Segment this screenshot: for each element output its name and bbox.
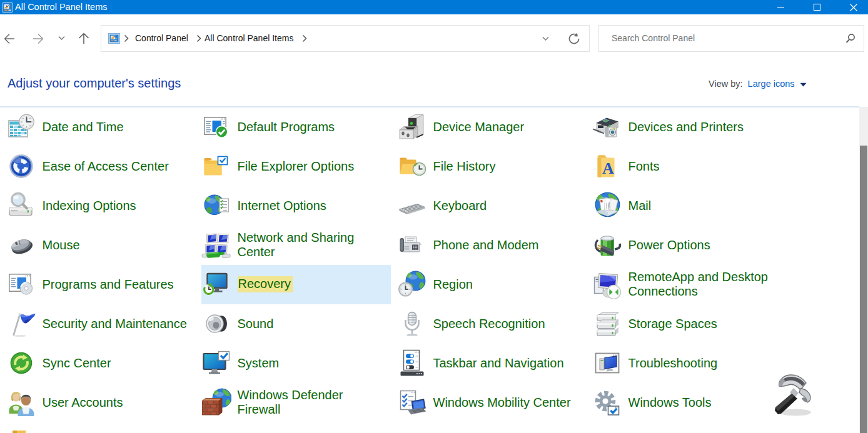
svg-text:A: A	[602, 159, 614, 177]
